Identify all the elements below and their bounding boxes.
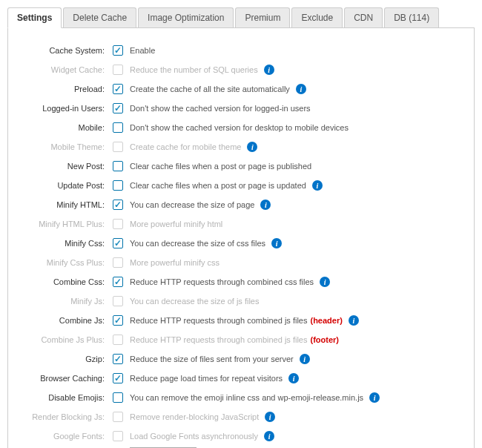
info-icon[interactable]: i	[300, 354, 310, 364]
setting-label: Cache System:	[23, 46, 110, 55]
tab-bar: SettingsDelete CacheImage OptimizationPr…	[7, 7, 475, 28]
tab-image-optimization[interactable]: Image Optimization	[138, 7, 234, 27]
setting-description: Don't show the cached version for logged…	[125, 104, 311, 113]
setting-description: Clear cache files when a post or page is…	[125, 180, 323, 191]
checkbox[interactable]	[113, 122, 123, 133]
setting-description: Create cache for mobile themei	[125, 142, 257, 152]
checkbox[interactable]	[113, 84, 123, 94]
checkbox[interactable]	[113, 103, 123, 113]
info-icon[interactable]: i	[264, 431, 274, 441]
suffix-badge: (footer)	[310, 335, 339, 344]
setting-row: Render Blocking Js:Remove render-blockin…	[23, 409, 459, 425]
setting-row: Minify HTML:You can decrease the size of…	[23, 197, 459, 213]
checkbox[interactable]	[113, 315, 123, 326]
info-icon[interactable]: i	[264, 65, 274, 75]
setting-description: Reduce HTTP requests through combined js…	[125, 315, 359, 326]
setting-label: Minify HTML Plus:	[23, 220, 110, 228]
info-icon[interactable]: i	[312, 180, 323, 191]
tab-premium[interactable]: Premium	[235, 7, 290, 27]
tab-settings[interactable]: Settings	[7, 7, 62, 28]
setting-row: Mobile:Don't show the cached version for…	[23, 119, 459, 136]
setting-label: Google Fonts:	[23, 432, 110, 441]
checkbox[interactable]	[113, 238, 123, 248]
setting-row: Combine Js:Reduce HTTP requests through …	[23, 312, 459, 329]
setting-row: New Post:Clear cache files when a post o…	[23, 158, 459, 174]
setting-row: Preload:Create the cache of all the site…	[23, 81, 459, 97]
info-icon[interactable]: i	[369, 392, 380, 403]
suffix-badge: (header)	[310, 316, 342, 325]
setting-description: Reduce HTTP requests through combined js…	[125, 335, 339, 344]
info-icon[interactable]: i	[260, 200, 271, 210]
checkbox[interactable]	[113, 373, 123, 383]
setting-row: Browser Caching:Reduce page load times f…	[23, 370, 459, 386]
setting-description: Reduce the number of SQL queriesi	[125, 65, 274, 75]
setting-description: Enable	[125, 46, 155, 55]
info-icon[interactable]: i	[349, 315, 359, 326]
setting-description: Load Google Fonts asynchronouslyi	[125, 431, 274, 441]
checkbox	[113, 65, 123, 75]
setting-label: Minify Css Plus:	[23, 258, 110, 267]
info-icon[interactable]: i	[247, 142, 257, 152]
setting-description: Create the cache of all the site automat…	[125, 84, 306, 94]
setting-label: Minify Js:	[23, 297, 110, 306]
setting-description: Reduce the size of files sent from your …	[125, 354, 310, 364]
setting-label: Combine Js:	[23, 316, 110, 325]
setting-row: Minify Css:You can decrease the size of …	[23, 235, 459, 251]
setting-row: Cache System:Enable	[23, 42, 459, 59]
setting-row: Widget Cache:Reduce the number of SQL qu…	[23, 62, 459, 78]
info-icon[interactable]: i	[288, 373, 299, 383]
tab-delete-cache[interactable]: Delete Cache	[63, 7, 136, 27]
setting-description: You can remove the emoji inline css and …	[125, 392, 380, 403]
info-icon[interactable]: i	[271, 238, 282, 248]
checkbox[interactable]	[113, 354, 123, 364]
setting-description: You can decrease the size of pagei	[125, 200, 271, 210]
setting-row: Gzip:Reduce the size of files sent from …	[23, 351, 459, 367]
setting-label: Browser Caching:	[23, 374, 110, 383]
setting-row: Minify Css Plus:More powerful minify css	[23, 254, 459, 271]
info-icon[interactable]: i	[320, 277, 330, 287]
setting-description: Reduce HTTP requests through combined cs…	[125, 277, 330, 287]
tab-cdn[interactable]: CDN	[344, 7, 383, 27]
setting-row: Minify HTML Plus:More powerful minify ht…	[23, 216, 459, 232]
setting-description: You can decrease the size of css filesi	[125, 238, 282, 248]
tab-exclude[interactable]: Exclude	[291, 7, 343, 27]
setting-label: Combine Js Plus:	[23, 335, 110, 344]
setting-row: Update Post:Clear cache files when a pos…	[23, 177, 459, 194]
setting-label: Logged-in Users:	[23, 104, 110, 113]
checkbox[interactable]	[113, 45, 123, 56]
setting-label: New Post:	[23, 162, 110, 171]
setting-label: Update Post:	[23, 181, 110, 190]
checkbox	[113, 431, 123, 441]
checkbox	[113, 412, 123, 422]
setting-label: Preload:	[23, 85, 110, 93]
checkbox	[113, 257, 123, 268]
checkbox[interactable]	[113, 277, 123, 287]
checkbox[interactable]	[113, 161, 123, 171]
settings-panel: Cache System:EnableWidget Cache:Reduce t…	[7, 28, 475, 448]
info-icon[interactable]: i	[265, 412, 275, 422]
setting-label: Mobile Theme:	[23, 142, 110, 151]
setting-label: Mobile:	[23, 123, 110, 132]
setting-row: Google Fonts:Load Google Fonts asynchron…	[23, 428, 459, 444]
setting-description: Clear cache files when a post or page is…	[125, 162, 311, 171]
setting-row: Disable Emojis:You can remove the emoji …	[23, 389, 459, 406]
checkbox[interactable]	[113, 180, 123, 191]
setting-label: Disable Emojis:	[23, 393, 110, 402]
setting-label: Gzip:	[23, 355, 110, 363]
setting-label: Minify HTML:	[23, 200, 110, 209]
setting-row: Combine Css:Reduce HTTP requests through…	[23, 274, 459, 290]
setting-label: Widget Cache:	[23, 65, 110, 74]
tab-db-114-[interactable]: DB (114)	[384, 7, 439, 27]
setting-row: Mobile Theme:Create cache for mobile the…	[23, 139, 459, 155]
checkbox[interactable]	[113, 200, 123, 210]
setting-label: Minify Css:	[23, 239, 110, 248]
setting-row: Combine Js Plus:Reduce HTTP requests thr…	[23, 332, 459, 348]
setting-description: More powerful minify html	[125, 220, 222, 228]
info-icon[interactable]: i	[296, 84, 306, 94]
setting-description: Don't show the cached version for deskto…	[125, 123, 349, 132]
checkbox[interactable]	[113, 392, 123, 403]
setting-row: Logged-in Users:Don't show the cached ve…	[23, 100, 459, 116]
setting-label: Render Blocking Js:	[23, 412, 110, 421]
setting-description: More powerful minify css	[125, 258, 219, 267]
setting-description: Reduce page load times for repeat visito…	[125, 373, 299, 383]
